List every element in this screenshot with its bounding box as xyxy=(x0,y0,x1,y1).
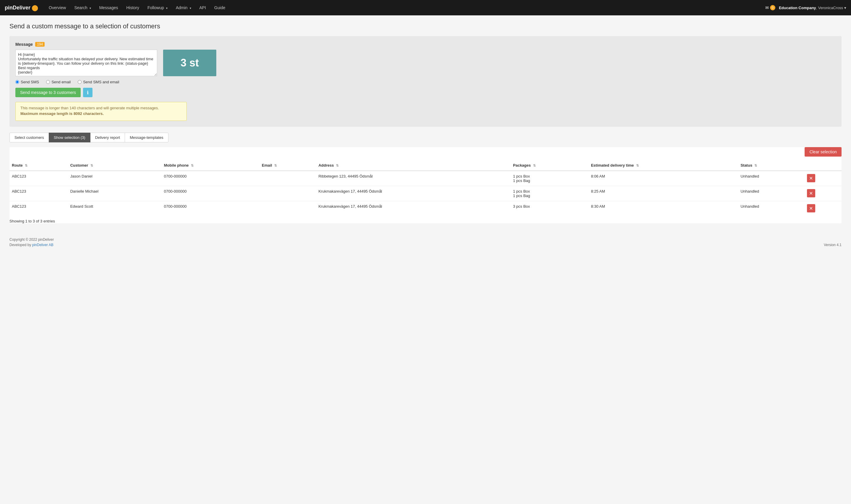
col-actions xyxy=(804,160,841,171)
table-body: ABC123Jason Daniel0700-000000Ribbetegen … xyxy=(10,171,841,215)
nav-messages[interactable]: Messages xyxy=(96,3,122,13)
developer-line: Developed by pinDeliver AB xyxy=(10,243,54,247)
message-label: Message xyxy=(15,42,33,47)
message-body: Hi {name} Unfortunately the traffic situ… xyxy=(15,50,836,76)
tab-show-selection[interactable]: Show selection (3) xyxy=(49,133,90,142)
col-route: Route ⇅ xyxy=(10,160,68,171)
remove-row-button[interactable]: ✕ xyxy=(807,204,815,212)
tabs-row: Select customers Show selection (3) Deli… xyxy=(10,133,841,142)
cell-estimated-time: 8:06 AM xyxy=(589,171,738,186)
nav-history[interactable]: History xyxy=(123,3,143,13)
message-textarea[interactable]: Hi {name} Unfortunately the traffic situ… xyxy=(15,50,157,76)
radio-sms[interactable]: Send SMS xyxy=(15,80,39,84)
navbar: pinDeliver ⬤ Overview Search ▾ Messages … xyxy=(0,0,851,15)
pin-icon: ⬤ xyxy=(32,4,38,11)
cell-email xyxy=(259,186,316,201)
nav-guide[interactable]: Guide xyxy=(211,3,229,13)
col-status: Status ⇅ xyxy=(738,160,804,171)
developer-text: Developed by xyxy=(10,243,32,247)
info-button[interactable]: ℹ xyxy=(83,88,92,97)
cell-packages: 3 pcs Box xyxy=(511,201,589,216)
table-toolbar: Clear selection xyxy=(10,147,841,157)
radio-email-input[interactable] xyxy=(46,80,50,84)
status-sort-icon[interactable]: ⇅ xyxy=(754,164,757,167)
remove-row-button[interactable]: ✕ xyxy=(807,189,815,197)
remove-row-button[interactable]: ✕ xyxy=(807,174,815,182)
cell-address: Krukmakarevägen 17, 44495 Ödsmål xyxy=(316,186,511,201)
cell-email xyxy=(259,171,316,186)
table-row: ABC123Edward Scott0700-000000Krukmakarev… xyxy=(10,201,841,216)
address-sort-icon[interactable]: ⇅ xyxy=(336,164,339,167)
col-mobile: Mobile phone ⇅ xyxy=(162,160,259,171)
cell-status: Unhandled xyxy=(738,201,804,216)
cell-customer: Jason Daniel xyxy=(68,171,162,186)
radio-sms-input[interactable] xyxy=(15,80,19,84)
tab-delivery-report[interactable]: Delivery report xyxy=(90,133,125,142)
cell-packages: 1 pcs Box 1 pcs Bag xyxy=(511,186,589,201)
estimated-sort-icon[interactable]: ⇅ xyxy=(636,164,639,167)
message-card: Message 194 Hi {name} Unfortunately the … xyxy=(10,36,841,127)
radio-sms-email-label: Send SMS and email xyxy=(83,80,119,84)
cell-status: Unhandled xyxy=(738,171,804,186)
admin-caret: ▾ xyxy=(190,6,191,10)
radio-email-label: Send email xyxy=(51,80,71,84)
cell-remove: ✕ xyxy=(804,171,841,186)
send-method-group: Send SMS Send email Send SMS and email xyxy=(15,80,836,84)
col-address: Address ⇅ xyxy=(316,160,511,171)
developer-link[interactable]: pinDeliver AB xyxy=(32,243,53,247)
cell-customer: Edward Scott xyxy=(68,201,162,216)
page-title: Send a custom message to a selection of … xyxy=(10,22,841,30)
warning-box: This message is longer than 140 characte… xyxy=(15,102,187,121)
email-sort-icon[interactable]: ⇅ xyxy=(274,164,277,167)
route-sort-icon[interactable]: ⇅ xyxy=(25,164,28,167)
mail-icon: ✉ xyxy=(765,5,769,10)
footer: Copyright © 2022 pinDeliver Developed by… xyxy=(0,230,851,254)
brand-logo: pinDeliver xyxy=(5,5,31,11)
cell-remove: ✕ xyxy=(804,201,841,216)
table-row: ABC123Jason Daniel0700-000000Ribbetegen … xyxy=(10,171,841,186)
cell-customer: Danielle Michael xyxy=(68,186,162,201)
cell-status: Unhandled xyxy=(738,186,804,201)
copyright: Copyright © 2022 pinDeliver xyxy=(10,237,54,242)
packages-sort-icon[interactable]: ⇅ xyxy=(533,164,536,167)
cell-mobile: 0700-000000 xyxy=(162,186,259,201)
footer-left: Copyright © 2022 pinDeliver Developed by… xyxy=(10,237,54,247)
nav-links: Overview Search ▾ Messages History Follo… xyxy=(45,3,765,13)
mail-wrapper[interactable]: ✉ 0 xyxy=(765,5,775,10)
radio-sms-email[interactable]: Send SMS and email xyxy=(78,80,119,84)
nav-followup[interactable]: Followup ▾ xyxy=(144,3,171,13)
user-name: VeronicaCross xyxy=(818,6,843,10)
cell-address: Ribbetegen 123, 44495 Ödsmål xyxy=(316,171,511,186)
nav-api[interactable]: API xyxy=(196,3,210,13)
nav-overview[interactable]: Overview xyxy=(45,3,69,13)
nav-admin[interactable]: Admin ▾ xyxy=(172,3,195,13)
customer-sort-icon[interactable]: ⇅ xyxy=(90,164,93,167)
radio-sms-label: Send SMS xyxy=(21,80,39,84)
warning-text: This message is longer than 140 characte… xyxy=(20,106,182,110)
cell-email xyxy=(259,201,316,216)
send-message-button[interactable]: Send message to 3 customers xyxy=(15,88,81,97)
showing-text: Showing 1 to 3 of 3 entries xyxy=(10,219,841,223)
table-header-row: Route ⇅ Customer ⇅ Mobile phone ⇅ Email … xyxy=(10,160,841,171)
mobile-sort-icon[interactable]: ⇅ xyxy=(191,164,194,167)
cell-route: ABC123 xyxy=(10,186,68,201)
tab-select-customers[interactable]: Select customers xyxy=(10,133,49,142)
cell-estimated-time: 8:25 AM xyxy=(589,186,738,201)
cell-route: ABC123 xyxy=(10,171,68,186)
col-email: Email ⇅ xyxy=(259,160,316,171)
table-row: ABC123Danielle Michael0700-000000Krukmak… xyxy=(10,186,841,201)
search-caret: ▾ xyxy=(90,6,91,10)
brand: pinDeliver ⬤ xyxy=(5,4,38,11)
nav-search[interactable]: Search ▾ xyxy=(71,3,94,13)
mail-count: 0 xyxy=(770,5,775,10)
clear-selection-button[interactable]: Clear selection xyxy=(804,147,841,157)
cell-estimated-time: 8:30 AM xyxy=(589,201,738,216)
customers-table: Route ⇅ Customer ⇅ Mobile phone ⇅ Email … xyxy=(10,160,841,215)
cell-mobile: 0700-000000 xyxy=(162,171,259,186)
cell-mobile: 0700-000000 xyxy=(162,201,259,216)
table-section: Clear selection Route ⇅ Customer ⇅ Mobil… xyxy=(10,147,841,223)
radio-email[interactable]: Send email xyxy=(46,80,71,84)
recipient-count-box: 3 st xyxy=(163,50,216,76)
radio-sms-email-input[interactable] xyxy=(78,80,82,84)
tab-message-templates[interactable]: Message-templates xyxy=(125,133,168,142)
